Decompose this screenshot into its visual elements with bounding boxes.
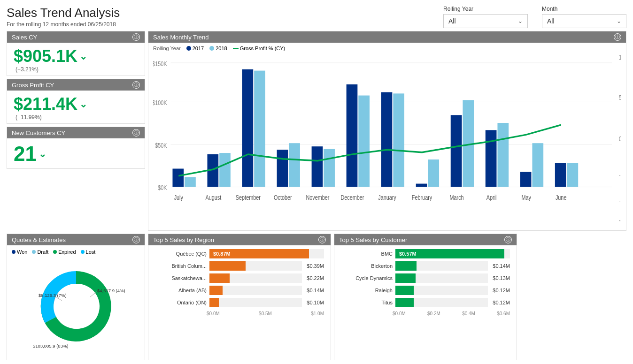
sales-cy-info-icon[interactable]: ⓘ bbox=[132, 33, 140, 41]
top5-customer-body: BMC $0.57M Bickerton $0.14M Cycle Dyn bbox=[334, 245, 517, 360]
customer-bar-label-1: Bickerton bbox=[341, 263, 393, 269]
rolling-year-chevron-icon: ⌄ bbox=[518, 18, 523, 24]
svg-text:$0K: $0K bbox=[158, 184, 167, 192]
new-customers-label: New Customers CY bbox=[12, 129, 65, 136]
customer-axis-1: $0.2M bbox=[427, 311, 440, 316]
customer-bar-container-0: $0.57M bbox=[395, 249, 510, 258]
region-bar-label-2: Saskatchewa... bbox=[155, 275, 207, 281]
region-bar-label-4: Ontario (ON) bbox=[155, 300, 207, 305]
svg-rect-29 bbox=[428, 159, 439, 187]
region-bar-row-0: Québec (QC) $0.87M bbox=[155, 249, 324, 258]
svg-text:January: January bbox=[378, 194, 396, 202]
top5-customer-panel: Top 5 Sales by Customer ⓘ BMC $0.57M Bic… bbox=[334, 234, 517, 360]
sales-cy-body: $905.1K ⌄ (+3.21%) bbox=[7, 43, 145, 76]
gross-profit-value: $211.4K bbox=[14, 94, 77, 114]
svg-text:October: October bbox=[274, 194, 292, 202]
customer-bar-container-1 bbox=[395, 261, 488, 271]
trend-body: Rolling Year 2017 2018 Gross Profit % (C… bbox=[148, 43, 626, 230]
customer-bar-value-0: $0.57M bbox=[397, 251, 417, 257]
customer-bar-label-0: BMC bbox=[341, 251, 393, 257]
customer-axis-3: $0.6M bbox=[497, 311, 510, 316]
svg-text:September: September bbox=[236, 194, 261, 202]
sales-cy-trend-icon: ⌄ bbox=[79, 51, 87, 62]
sales-cy-label: Sales CY bbox=[12, 34, 37, 41]
draft-label: Draft bbox=[37, 249, 48, 255]
expired-dot bbox=[53, 250, 57, 254]
rolling-year-value: All bbox=[448, 17, 456, 25]
svg-rect-21 bbox=[289, 143, 300, 187]
customer-bar-value-3: $0.12M bbox=[493, 288, 510, 293]
region-axis-1: $0.5M bbox=[259, 311, 272, 316]
svg-text:$150K: $150K bbox=[153, 60, 167, 68]
region-bar-label-1: British Colum... bbox=[155, 263, 207, 269]
svg-text:December: December bbox=[340, 194, 364, 202]
svg-text:May: May bbox=[521, 194, 531, 202]
customer-bar-fill-0: $0.57M bbox=[395, 249, 504, 258]
customer-bar-value-1: $0.14M bbox=[493, 263, 510, 269]
svg-text:$100K: $100K bbox=[153, 99, 167, 107]
region-bar-row-1: British Colum... $0.39M bbox=[155, 261, 324, 271]
legend-expired: Expired bbox=[53, 249, 76, 255]
svg-rect-22 bbox=[312, 146, 323, 187]
svg-text:$50K: $50K bbox=[155, 141, 167, 149]
svg-rect-27 bbox=[393, 93, 404, 187]
region-axis-0: $0.0M bbox=[207, 311, 220, 316]
won-dot bbox=[12, 250, 15, 254]
customer-bar-fill-3 bbox=[395, 286, 414, 295]
region-bar-label-3: Alberta (AB) bbox=[155, 288, 207, 293]
trend-info-icon[interactable]: ⓘ bbox=[614, 33, 621, 41]
svg-text:-50%: -50% bbox=[619, 171, 621, 179]
svg-text:February: February bbox=[412, 194, 432, 202]
expired-label: Expired bbox=[58, 249, 76, 255]
gross-profit-header: Gross Profit CY ⓘ bbox=[7, 79, 145, 91]
svg-text:50%: 50% bbox=[619, 93, 621, 101]
quotes-legend: Won Draft Expired Lost bbox=[12, 249, 140, 255]
trend-rolling-label: Rolling Year bbox=[153, 46, 181, 51]
quotes-info-icon[interactable]: ⓘ bbox=[132, 236, 140, 243]
region-bar-container-0: $0.87M bbox=[209, 249, 324, 258]
customer-bar-fill-2 bbox=[395, 273, 416, 283]
svg-rect-20 bbox=[277, 150, 288, 187]
customer-axis-2: $0.4M bbox=[462, 311, 475, 316]
region-bar-row-3: Alberta (AB) $0.14M bbox=[155, 286, 324, 295]
new-customers-info-icon[interactable]: ⓘ bbox=[132, 129, 140, 136]
rolling-year-select[interactable]: All ⌄ bbox=[443, 14, 528, 28]
svg-text:April: April bbox=[486, 194, 497, 202]
svg-rect-33 bbox=[497, 123, 509, 187]
won-label: Won bbox=[17, 249, 27, 255]
svg-text:0%: 0% bbox=[619, 135, 621, 143]
legend-2018: 2018 bbox=[216, 46, 227, 51]
svg-text:$4,617.9 (4%): $4,617.9 (4%) bbox=[97, 288, 125, 293]
page-subtitle: For the rolling 12 months ended 06/25/20… bbox=[7, 21, 120, 28]
region-bar-row-2: Saskatchewa... $0.22M bbox=[155, 273, 324, 283]
quotes-panel: Quotes & Estimates ⓘ Won Draft Expired bbox=[7, 234, 145, 360]
customer-bar-row-3: Raleigh $0.12M bbox=[341, 286, 510, 295]
month-select[interactable]: All ⌄ bbox=[542, 14, 626, 28]
svg-rect-28 bbox=[416, 184, 427, 187]
trend-panel: Sales Monthly Trend ⓘ Rolling Year 2017 … bbox=[148, 31, 626, 231]
gross-profit-card: Gross Profit CY ⓘ $211.4K ⌄ (+11.99%) bbox=[7, 79, 145, 124]
new-customers-value: 21 bbox=[14, 142, 37, 166]
new-customers-body: 21 ⌄ bbox=[7, 138, 145, 168]
legend-lost: Lost bbox=[81, 249, 96, 255]
rolling-year-label: Rolling Year bbox=[443, 6, 528, 12]
svg-text:-150%: -150% bbox=[619, 216, 621, 224]
region-bar-value-0: $0.87M bbox=[211, 251, 231, 257]
region-axis-labels: $0.0M $0.5M $1.0M bbox=[155, 311, 324, 316]
customer-bar-row-4: Titus $0.12M bbox=[341, 298, 510, 307]
svg-rect-35 bbox=[532, 143, 543, 187]
region-bar-fill-4 bbox=[209, 298, 219, 307]
new-customers-card: New Customers CY ⓘ 21 ⌄ bbox=[7, 127, 145, 169]
region-bar-label-0: Québec (QC) bbox=[155, 251, 207, 257]
svg-text:November: November bbox=[306, 194, 330, 202]
svg-rect-25 bbox=[358, 96, 370, 187]
svg-rect-34 bbox=[520, 172, 532, 187]
gross-profit-info-icon[interactable]: ⓘ bbox=[132, 81, 140, 89]
donut-svg: $8,126.3 (7%) $4,617.9 (4%) $103,005.9 (… bbox=[24, 259, 128, 353]
donut-area: $8,126.3 (7%) $4,617.9 (4%) $103,005.9 (… bbox=[12, 257, 140, 356]
lost-dot bbox=[81, 250, 85, 254]
svg-text:$8,126.3 (7%): $8,126.3 (7%) bbox=[39, 293, 67, 298]
gross-profit-label: Gross Profit CY bbox=[12, 82, 54, 89]
sales-cy-header: Sales CY ⓘ bbox=[7, 31, 145, 43]
customer-bar-value-4: $0.12M bbox=[493, 300, 510, 305]
